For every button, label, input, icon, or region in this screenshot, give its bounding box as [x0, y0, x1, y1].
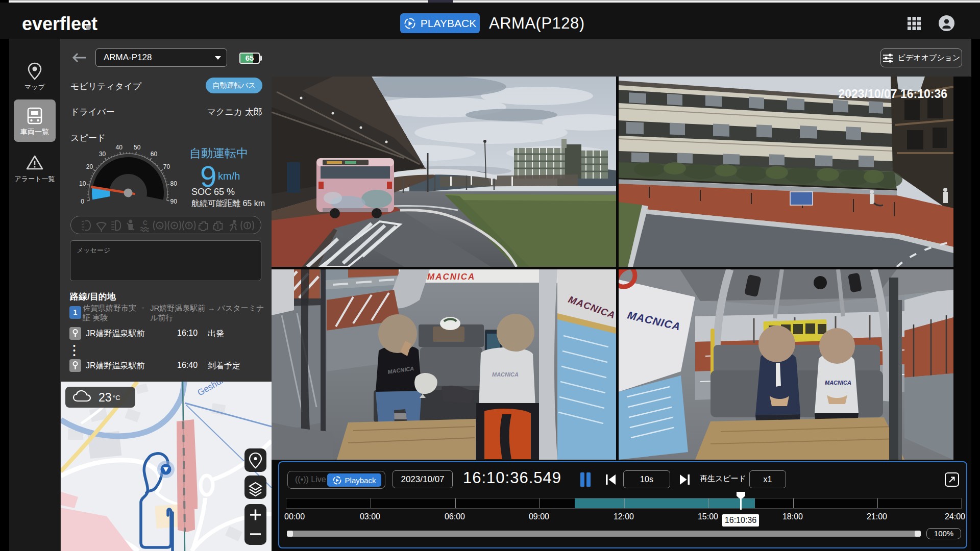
svg-text:23: 23 [99, 391, 112, 404]
svg-text:80: 80 [170, 180, 178, 187]
svg-text:70: 70 [163, 163, 170, 170]
svg-text:2023/10/07 16:10:36: 2023/10/07 16:10:36 [838, 87, 947, 101]
svg-text:MACNICA: MACNICA [825, 380, 851, 386]
svg-text:0: 0 [81, 198, 84, 205]
svg-text:MACNICA: MACNICA [427, 272, 475, 282]
svg-text:90: 90 [170, 198, 178, 205]
svg-text:50: 50 [134, 144, 141, 151]
svg-text:C: C [143, 219, 148, 227]
svg-text:40: 40 [116, 144, 123, 151]
svg-text:A: A [158, 224, 161, 229]
svg-text:60: 60 [151, 151, 158, 158]
svg-text:30: 30 [99, 151, 106, 158]
svg-text:°C: °C [113, 394, 120, 402]
svg-text:10: 10 [79, 180, 86, 187]
svg-text:MACNICA: MACNICA [492, 371, 519, 378]
svg-text:20: 20 [86, 163, 93, 170]
